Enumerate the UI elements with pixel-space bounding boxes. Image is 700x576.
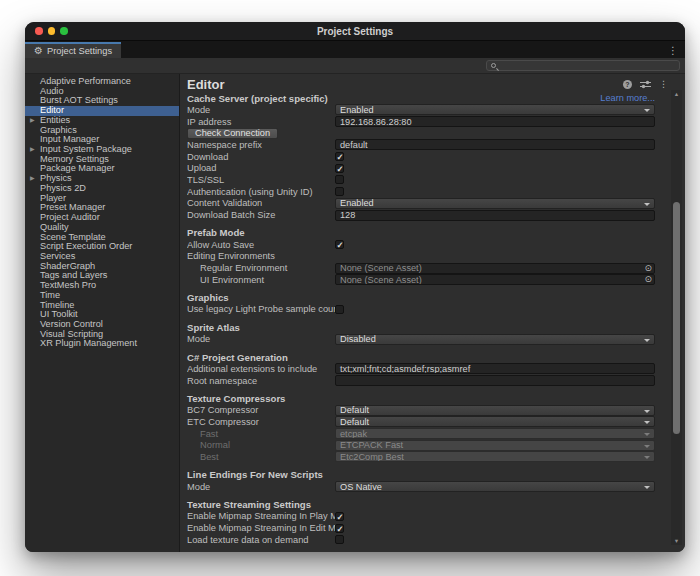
field-label: ETC Compressor: [187, 417, 335, 427]
row-root-namespace: Root namespace: [187, 375, 655, 387]
mipmap-play-mode-checkbox[interactable]: [335, 512, 344, 521]
sidebar-item-xr-plugin-management[interactable]: XR Plugin Management: [25, 339, 179, 349]
page-title: Editor: [187, 77, 623, 92]
authentication-checkbox[interactable]: [335, 187, 344, 196]
row-download-batch-size: Download Batch Size 128: [187, 209, 655, 221]
download-batch-size-input[interactable]: 128: [335, 210, 655, 221]
field-label: Regular Environment: [187, 263, 335, 273]
ip-address-input[interactable]: 192.168.86.28:80: [335, 116, 655, 127]
row-etc-normal: Normal ETCPACK Fast: [187, 439, 655, 451]
scroll-down-icon[interactable]: ▼: [671, 538, 682, 544]
line-endings-mode-dropdown[interactable]: OS Native: [335, 481, 655, 492]
row-check-connection: Check Connection: [187, 127, 655, 139]
row-etc-fast: Fast etcpak: [187, 428, 655, 440]
mipmap-edit-mode-checkbox[interactable]: [335, 524, 344, 533]
search-input[interactable]: [499, 61, 679, 71]
section-csharp-generation: C# Project Generation: [187, 352, 655, 363]
allow-auto-save-checkbox[interactable]: [335, 240, 344, 249]
content-validation-dropdown[interactable]: Enabled: [335, 198, 655, 209]
object-field-value: None (Scene Asset): [340, 275, 422, 285]
presets-icon[interactable]: [640, 80, 651, 89]
object-field-value: None (Scene Asset): [340, 263, 422, 273]
section-cache-server: Cache Server (project specific): [187, 93, 600, 104]
panel-menu-kebab-icon[interactable]: ⋮: [659, 80, 668, 89]
field-label: Enable Mipmap Streaming In Play Mode: [187, 511, 335, 521]
help-icon[interactable]: ?: [623, 80, 632, 89]
field-label: Enable Mipmap Streaming In Edit Mode: [187, 523, 335, 533]
field-label: IP address: [187, 117, 335, 127]
ui-environment-object-field[interactable]: None (Scene Asset)⊙: [335, 274, 655, 285]
section-texture-streaming: Texture Streaming Settings: [187, 499, 655, 510]
field-label: Namespace prefix: [187, 140, 335, 150]
screen: Project Settings ⚙ Project Settings ⋮ Ad…: [0, 0, 700, 576]
scroll-up-icon[interactable]: ▲: [671, 91, 682, 97]
bc7-compressor-dropdown[interactable]: Default: [335, 405, 655, 416]
field-label: Authentication (using Unity ID): [187, 187, 335, 197]
cache-mode-dropdown[interactable]: Enabled: [335, 104, 655, 115]
row-etc-best: Best Etc2Comp Best: [187, 451, 655, 463]
section-sprite-atlas: Sprite Atlas: [187, 322, 655, 333]
field-label: Mode: [187, 482, 335, 492]
row-allow-auto-save: Allow Auto Save: [187, 239, 655, 251]
field-label: Mode: [187, 105, 335, 115]
row-legacy-light-probe: Use legacy Light Probe sample counts: [187, 304, 655, 316]
row-namespace-prefix: Namespace prefix default: [187, 139, 655, 151]
row-ip-address: IP address 192.168.86.28:80: [187, 116, 655, 128]
tab-project-settings[interactable]: ⚙ Project Settings: [25, 42, 121, 58]
project-settings-window: Project Settings ⚙ Project Settings ⋮ Ad…: [25, 22, 685, 552]
group-label: Editing Environments: [187, 251, 335, 261]
section-line-endings: Line Endings For New Scripts: [187, 469, 655, 480]
tls-ssl-checkbox[interactable]: [335, 175, 344, 184]
upload-checkbox[interactable]: [335, 164, 344, 173]
field-label: Fast: [187, 429, 335, 439]
download-checkbox[interactable]: [335, 152, 344, 161]
expand-arrow-icon[interactable]: ▶: [30, 174, 35, 184]
scrollbar-thumb[interactable]: [673, 202, 680, 434]
vertical-scrollbar[interactable]: ▲ ▼: [671, 90, 682, 545]
row-mipmap-play-mode: Enable Mipmap Streaming In Play Mode: [187, 511, 655, 523]
etc-compressor-dropdown[interactable]: Default: [335, 416, 655, 427]
field-label: UI Environment: [187, 275, 335, 285]
row-sprite-atlas-mode: Mode Disabled: [187, 333, 655, 345]
learn-more-link[interactable]: Learn more...: [600, 93, 655, 103]
expand-arrow-icon[interactable]: ▶: [30, 145, 35, 155]
load-texture-on-demand-checkbox[interactable]: [335, 535, 344, 544]
expand-arrow-icon[interactable]: ▶: [30, 116, 35, 126]
titlebar: Project Settings: [25, 22, 685, 41]
gear-icon: ⚙: [34, 46, 43, 56]
field-label: Download Batch Size: [187, 210, 335, 220]
field-label: Upload: [187, 163, 335, 173]
settings-sidebar: Adaptive Performance Audio Burst AOT Set…: [25, 74, 180, 552]
toolbar: [25, 58, 685, 74]
row-cache-mode: Mode Enabled: [187, 104, 655, 116]
row-content-validation: Content Validation Enabled: [187, 198, 655, 210]
additional-extensions-input[interactable]: txt;xml;fnt;cd;asmdef;rsp;asmref: [335, 363, 655, 374]
field-label: Use legacy Light Probe sample counts: [187, 304, 335, 314]
search-field[interactable]: [486, 60, 680, 71]
root-namespace-input[interactable]: [335, 375, 655, 386]
window-title: Project Settings: [25, 26, 685, 37]
etc-best-dropdown: Etc2Comp Best: [335, 451, 655, 462]
row-bc7-compressor: BC7 Compressor Default: [187, 404, 655, 416]
tab-label: Project Settings: [47, 46, 112, 56]
row-line-endings-mode: Mode OS Native: [187, 481, 655, 493]
object-picker-icon[interactable]: ⊙: [644, 275, 652, 284]
field-label: Allow Auto Save: [187, 240, 335, 250]
field-label: Normal: [187, 440, 335, 450]
row-etc-compressor: ETC Compressor Default: [187, 416, 655, 428]
tab-menu-kebab-icon[interactable]: ⋮: [668, 45, 685, 58]
namespace-prefix-input[interactable]: default: [335, 139, 655, 150]
field-label: Download: [187, 152, 335, 162]
sprite-atlas-mode-dropdown[interactable]: Disabled: [335, 334, 655, 345]
row-load-texture-on-demand: Load texture data on demand: [187, 534, 655, 546]
legacy-light-probe-checkbox[interactable]: [335, 305, 344, 314]
editor-settings-panel: Editor ? ⋮: [180, 74, 685, 552]
field-label: Content Validation: [187, 198, 335, 208]
tab-bar: ⚙ Project Settings ⋮: [25, 41, 685, 58]
row-tls-ssl: TLS/SSL: [187, 174, 655, 186]
field-label: TLS/SSL: [187, 175, 335, 185]
regular-environment-object-field[interactable]: None (Scene Asset)⊙: [335, 263, 655, 274]
row-regular-environment: Regular Environment None (Scene Asset)⊙: [187, 262, 655, 274]
object-picker-icon[interactable]: ⊙: [644, 264, 652, 273]
check-connection-button[interactable]: Check Connection: [187, 128, 278, 139]
